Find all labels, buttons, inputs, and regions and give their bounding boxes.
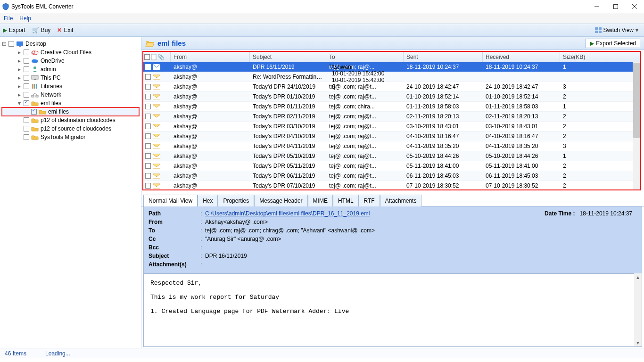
table-row[interactable]: akshay@Today's DPR 05/11/2019tej@ .com; …	[143, 161, 640, 171]
scroll-up-icon[interactable]: ▴	[634, 273, 642, 281]
checkbox[interactable]	[8, 41, 14, 47]
export-selected-button[interactable]: ▶ Export Selected	[586, 39, 640, 48]
tab-html[interactable]: HTML	[333, 195, 359, 206]
expand-icon[interactable]: ▸	[17, 74, 22, 81]
table-row[interactable]: akshay@Today's DPR 02/11/2019tej@ .com; …	[143, 112, 640, 122]
cloud-blue-icon	[31, 58, 39, 64]
row-checkbox[interactable]	[145, 163, 151, 169]
collapse-icon[interactable]: ⊟	[2, 41, 7, 47]
switch-view-button[interactable]: Switch View ▾	[595, 27, 638, 33]
cell-sent: 04-10-2019 18:16:47	[404, 133, 483, 140]
row-checkbox[interactable]	[145, 64, 151, 70]
tree-root[interactable]: ⊟ Desktop	[2, 40, 139, 48]
expand-icon[interactable]: ▸	[17, 91, 22, 98]
checkbox[interactable]	[24, 100, 29, 106]
tree-item[interactable]: ▸Libraries	[2, 82, 139, 90]
table-row[interactable]: akshay@Today's DPR 07/10/2019tej@ .com; …	[143, 181, 640, 190]
row-checkbox[interactable]	[145, 133, 151, 139]
expand-icon[interactable]: ▸	[17, 66, 22, 73]
row-checkbox[interactable]	[145, 153, 151, 159]
cell-to: tej@ .com; raj@t...	[326, 123, 404, 130]
row-checkbox[interactable]	[145, 183, 151, 189]
body-scrollbar[interactable]: ▴ ▾	[634, 273, 642, 346]
table-row[interactable]: akshay@Today's DPR 01/11/2019tej@ .com; …	[143, 102, 640, 112]
select-all-checkbox[interactable]	[144, 54, 150, 60]
row-checkbox[interactable]	[145, 74, 151, 80]
tree-item[interactable]: p12 of source of cloudcodes	[2, 124, 139, 133]
tab-normal-mail-view[interactable]: Normal Mail View	[143, 195, 198, 206]
row-checkbox[interactable]	[145, 84, 151, 90]
expand-icon[interactable]: ▸	[17, 49, 22, 56]
checkbox[interactable]	[24, 134, 29, 140]
tab-attachments[interactable]: Attachments	[380, 195, 422, 206]
table-row[interactable]: akshay@Today'd DPR 24/10/2019tej@ .com; …	[143, 82, 640, 92]
lib-icon	[31, 83, 39, 90]
folder-tree[interactable]: ⊟ Desktop ▸Creative Cloud Files▸OneDrive…	[0, 37, 141, 348]
col-received[interactable]: Received	[483, 52, 560, 62]
tree-item[interactable]: ▸admin	[2, 65, 139, 74]
checkbox[interactable]	[24, 117, 29, 123]
col-size[interactable]: Size(KB)	[560, 52, 606, 62]
envelope-icon	[153, 173, 160, 179]
checkbox[interactable]	[31, 109, 37, 115]
tab-properties[interactable]: Properties	[218, 195, 254, 206]
row-checkbox[interactable]	[145, 123, 151, 129]
tab-hex[interactable]: Hex	[198, 195, 218, 206]
table-row[interactable]: akshay@Today's DPR 04/10/2019tej@ .com; …	[143, 132, 640, 141]
col-from[interactable]: From	[171, 52, 250, 62]
checkbox[interactable]	[24, 126, 29, 132]
checkbox[interactable]	[24, 83, 29, 89]
col-sent[interactable]: Sent	[404, 52, 483, 62]
menu-file[interactable]: File	[4, 15, 13, 22]
grid-scrollbar[interactable]	[633, 62, 640, 189]
row-checkbox[interactable]	[145, 104, 151, 109]
expand-icon[interactable]: ▸	[17, 58, 22, 64]
tree-item[interactable]: ▸Network	[2, 90, 139, 99]
row-checkbox[interactable]	[145, 114, 151, 119]
row-checkbox[interactable]	[145, 94, 151, 99]
tree-item[interactable]: eml files	[2, 107, 139, 116]
col-to[interactable]: To	[326, 52, 404, 62]
row-checkbox[interactable]	[145, 173, 151, 179]
bcc-label: Bcc	[149, 244, 200, 251]
path-link[interactable]: C:\Users\admin\Desktop\eml files\eml fil…	[205, 210, 370, 217]
cell-size: 2	[560, 93, 606, 100]
checkbox[interactable]	[24, 58, 29, 64]
maximize-button[interactable]	[606, 0, 625, 13]
checkbox[interactable]	[24, 49, 29, 55]
tab-mime[interactable]: MIME	[308, 195, 333, 206]
cell-size: 2	[560, 123, 606, 130]
row-checkbox[interactable]	[145, 143, 151, 149]
exit-button[interactable]: ✕ Exit	[57, 27, 73, 33]
expand-icon[interactable]: ▾	[17, 100, 22, 107]
cell-from: akshay@	[171, 133, 250, 140]
menu-help[interactable]: Help	[19, 15, 31, 22]
checkbox[interactable]	[24, 66, 29, 72]
buy-button[interactable]: 🛒 Buy	[32, 27, 51, 33]
tree-item[interactable]: ▸This PC	[2, 74, 139, 82]
close-button[interactable]	[625, 0, 644, 13]
tree-item[interactable]: ▾eml files	[2, 99, 139, 107]
col-subject[interactable]: Subject	[250, 52, 326, 62]
scroll-down-icon[interactable]: ▾	[634, 339, 642, 346]
expand-icon[interactable]: ▸	[17, 83, 22, 90]
cell-to: tej@ .com; raj@t...	[326, 182, 404, 189]
table-row[interactable]: akshay@Re: WordPress Formatting Is..."As…	[143, 72, 640, 82]
tree-item[interactable]: ▸Creative Cloud Files	[2, 48, 139, 57]
table-row[interactable]: akshay@Today's DPR 04/11/2019tej@ .com; …	[143, 141, 640, 151]
export-button[interactable]: ▶ Export	[3, 27, 25, 33]
tab-rtf[interactable]: RTF	[359, 195, 380, 206]
table-row[interactable]: akshay@Today's DPR 03/10/2019tej@ .com; …	[143, 122, 640, 132]
tree-item[interactable]: SysTools Migrator	[2, 133, 139, 141]
tab-message-header[interactable]: Message Header	[254, 195, 307, 206]
table-row[interactable]: akshay@Today's DPR 06/11/2019tej@ .com; …	[143, 171, 640, 181]
envelope-icon	[153, 94, 160, 99]
table-row[interactable]: akshay@Today's DPR 01/10/2019tej@ .com; …	[143, 92, 640, 102]
checkbox[interactable]	[24, 75, 29, 81]
tree-item[interactable]: ▸OneDrive	[2, 57, 139, 65]
minimize-button[interactable]	[587, 0, 606, 13]
checkbox[interactable]	[24, 92, 29, 98]
tree-item[interactable]: p12 of destination cloudcodes	[2, 116, 139, 124]
table-row[interactable]: akshay@Today's DPR 05/10/2019tej@ .com; …	[143, 151, 640, 161]
svg-rect-1	[614, 5, 618, 9]
